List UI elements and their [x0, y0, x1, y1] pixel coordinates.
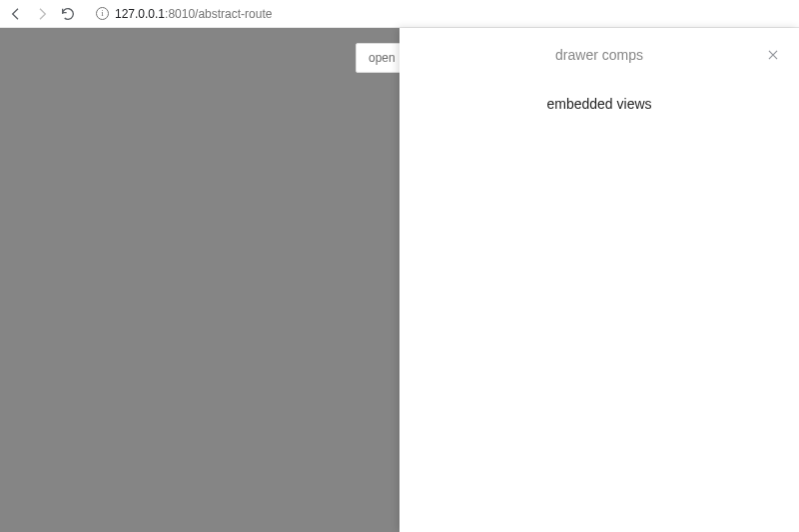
browser-chrome: i 127.0.0.1:8010/abstract-route — [0, 0, 799, 28]
arrow-left-icon — [8, 6, 24, 22]
close-icon — [766, 48, 780, 62]
site-info-icon[interactable]: i — [96, 7, 109, 20]
back-button[interactable] — [8, 6, 24, 22]
drawer-close-button[interactable] — [765, 47, 781, 63]
url-path: :8010/abstract-route — [165, 7, 272, 21]
drawer-header: drawer comps — [400, 28, 799, 82]
url-host: 127.0.0.1 — [115, 7, 165, 21]
arrow-right-icon — [34, 6, 50, 22]
address-bar[interactable]: i 127.0.0.1:8010/abstract-route — [88, 4, 791, 24]
page-area: open drawer comps embedded views — [0, 28, 799, 532]
drawer-content: embedded views — [419, 96, 779, 112]
reload-icon — [60, 6, 76, 22]
forward-button[interactable] — [34, 6, 50, 22]
url-text: 127.0.0.1:8010/abstract-route — [115, 7, 272, 21]
nav-buttons — [8, 6, 76, 22]
drawer-body: embedded views — [400, 82, 799, 532]
drawer-panel: drawer comps embedded views — [400, 28, 799, 532]
drawer-title: drawer comps — [555, 47, 643, 63]
reload-button[interactable] — [60, 6, 76, 22]
